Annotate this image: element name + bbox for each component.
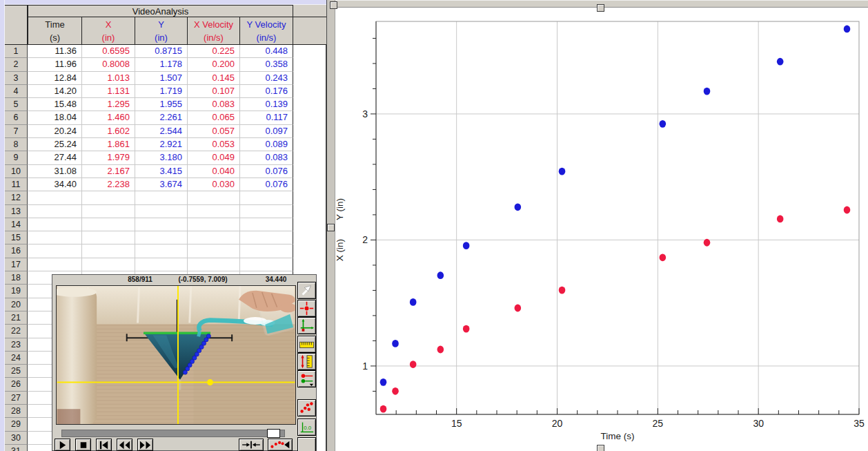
row-number[interactable]: 23 [5, 338, 28, 352]
empty-cell[interactable] [293, 45, 326, 58]
cell-y[interactable]: 1.955 [135, 98, 188, 111]
cell-yv[interactable] [240, 231, 293, 244]
cell-time[interactable] [28, 244, 82, 258]
row-number[interactable]: 31 [5, 445, 28, 451]
cell-xv[interactable] [188, 191, 240, 204]
toggle-trails-tool-button[interactable] [297, 399, 316, 416]
row-number[interactable]: 19 [5, 285, 28, 298]
row-number[interactable]: 4 [5, 85, 28, 98]
row-number[interactable]: 16 [5, 244, 28, 258]
cell-x[interactable] [82, 191, 135, 204]
empty-cell[interactable] [293, 231, 326, 244]
cell-xv[interactable]: 0.049 [188, 151, 240, 164]
cell-time[interactable] [28, 205, 82, 218]
row-number[interactable]: 26 [5, 378, 28, 391]
set-scale-tool-button[interactable] [297, 336, 316, 353]
cell-yv[interactable]: 0.089 [240, 138, 293, 151]
empty-cell[interactable] [293, 191, 326, 204]
column-header-xv[interactable]: X Velocity(in/s) [188, 17, 240, 45]
column-header-yv[interactable]: Y Velocity(in/s) [240, 17, 293, 45]
column-header-x[interactable]: X(in) [82, 17, 135, 45]
cell-y[interactable] [135, 218, 188, 231]
row-number[interactable]: 2 [5, 58, 28, 71]
x-series-points[interactable] [380, 207, 851, 413]
empty-cell[interactable] [293, 58, 326, 71]
cell-xv[interactable]: 0.053 [188, 138, 240, 151]
cell-yv[interactable]: 0.076 [240, 178, 293, 191]
set-origin-tool-button[interactable] [297, 317, 316, 334]
empty-cell[interactable] [293, 244, 326, 258]
cell-yv[interactable]: 0.139 [240, 98, 293, 111]
row-number[interactable]: 22 [5, 325, 28, 338]
cell-time[interactable]: 15.48 [28, 98, 82, 111]
cell-x[interactable]: 2.238 [82, 178, 135, 191]
cell-y[interactable] [135, 258, 188, 271]
cell-y[interactable]: 1.178 [135, 58, 188, 71]
cell-x[interactable] [82, 218, 135, 231]
resize-handle-top-center[interactable] [597, 4, 604, 12]
empty-cell[interactable] [293, 178, 326, 191]
row-number[interactable]: 12 [5, 191, 28, 204]
cell-x[interactable]: 1.460 [82, 111, 135, 124]
cell-yv[interactable] [240, 244, 293, 258]
cell-time[interactable]: 14.20 [28, 85, 82, 98]
cell-y[interactable]: 1.507 [135, 72, 188, 85]
cell-y[interactable] [135, 231, 188, 244]
cell-xv[interactable]: 0.083 [188, 98, 240, 111]
video-scrubber[interactable] [61, 430, 285, 437]
cell-yv[interactable]: 0.117 [240, 111, 293, 124]
cell-xv[interactable]: 0.040 [188, 165, 240, 178]
row-number[interactable]: 6 [5, 111, 28, 124]
cell-yv[interactable]: 0.358 [240, 58, 293, 71]
cell-xv[interactable]: 0.065 [188, 111, 240, 124]
cell-x[interactable]: 1.295 [82, 98, 135, 111]
cell-yv[interactable] [240, 258, 293, 271]
cell-y[interactable]: 0.8715 [135, 45, 188, 58]
resize-handle-top-left[interactable] [330, 1, 337, 9]
row-number[interactable]: 11 [5, 178, 28, 191]
y-axis-title[interactable]: Y (in) [335, 198, 345, 220]
cell-xv[interactable] [188, 205, 240, 218]
cell-time[interactable]: 11.36 [28, 45, 82, 58]
row-number[interactable]: 7 [5, 125, 28, 138]
step-back-button[interactable] [117, 439, 132, 451]
cell-yv[interactable]: 0.083 [240, 151, 293, 164]
cell-yv[interactable]: 0.448 [240, 45, 293, 58]
cell-time[interactable]: 18.04 [28, 111, 82, 124]
cell-time[interactable]: 25.24 [28, 138, 82, 151]
row-number[interactable]: 29 [5, 418, 28, 431]
empty-cell[interactable] [293, 138, 326, 151]
x-axis-title[interactable]: Time (s) [601, 431, 635, 441]
empty-cell[interactable] [293, 151, 326, 164]
cell-yv[interactable] [240, 218, 293, 231]
select-tool-button[interactable] [297, 282, 316, 299]
row-number[interactable]: 28 [5, 405, 28, 418]
cell-time[interactable] [28, 191, 82, 204]
cell-time[interactable]: 20.24 [28, 125, 82, 138]
show-origin-tool-button[interactable]: 0.0 [297, 419, 316, 436]
column-header-time[interactable]: Time(s) [28, 17, 82, 45]
row-number[interactable]: 27 [5, 392, 28, 405]
empty-cell[interactable] [293, 165, 326, 178]
row-number[interactable]: 8 [5, 138, 28, 151]
row-number[interactable]: 21 [5, 311, 28, 325]
cell-x[interactable] [82, 244, 135, 258]
row-number[interactable]: 5 [5, 98, 28, 111]
row-number[interactable]: 13 [5, 205, 28, 218]
cell-y[interactable]: 2.261 [135, 111, 188, 124]
graph[interactable]: 1520253035123 Time (s)X (in)Y (in) [326, 0, 868, 451]
cell-time[interactable] [28, 258, 82, 271]
cell-x[interactable]: 2.167 [82, 165, 135, 178]
cell-xv[interactable]: 0.057 [188, 125, 240, 138]
photo-distance-tool-button[interactable] [297, 353, 316, 370]
cell-xv[interactable]: 0.145 [188, 72, 240, 85]
cell-xv[interactable]: 0.030 [188, 178, 240, 191]
cell-xv[interactable] [188, 244, 240, 258]
cell-x[interactable]: 1.979 [82, 151, 135, 164]
cut-off-tool-button[interactable] [297, 437, 316, 451]
cell-xv[interactable] [188, 231, 240, 244]
row-number[interactable]: 30 [5, 432, 28, 445]
stop-button[interactable] [75, 439, 91, 451]
row-number[interactable]: 10 [5, 165, 28, 178]
row-number[interactable]: 14 [5, 218, 28, 231]
